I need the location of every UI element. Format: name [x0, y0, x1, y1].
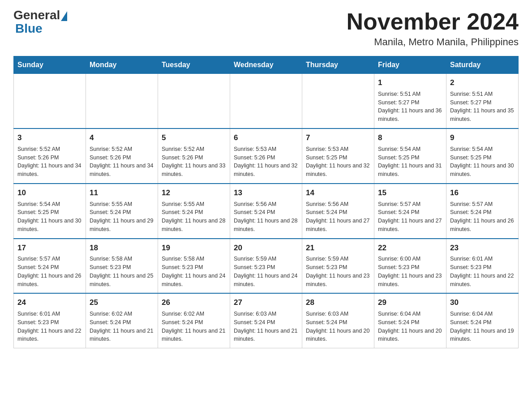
day-info: Sunrise: 5:51 AMSunset: 5:27 PMDaylight:… [450, 90, 515, 124]
calendar-cell-w4-d6: 23Sunrise: 6:01 AMSunset: 5:23 PMDayligh… [446, 239, 519, 294]
calendar-cell-w3-d2: 12Sunrise: 5:55 AMSunset: 5:24 PMDayligh… [158, 184, 230, 239]
col-header-sunday: Sunday [14, 56, 86, 74]
month-year-title: November 2024 [347, 9, 519, 34]
day-info: Sunrise: 5:57 AMSunset: 5:24 PMDaylight:… [17, 255, 82, 288]
calendar-cell-w5-d5: 29Sunrise: 6:04 AMSunset: 5:24 PMDayligh… [374, 293, 446, 348]
day-number: 13 [234, 188, 298, 198]
day-number: 12 [162, 188, 226, 198]
day-number: 3 [17, 133, 82, 143]
logo-general-text: General [13, 9, 60, 21]
calendar-cell-w4-d3: 20Sunrise: 5:59 AMSunset: 5:23 PMDayligh… [230, 239, 302, 294]
day-info: Sunrise: 6:00 AMSunset: 5:23 PMDaylight:… [378, 255, 442, 288]
day-number: 22 [378, 243, 442, 253]
calendar-cell-w3-d0: 10Sunrise: 5:54 AMSunset: 5:25 PMDayligh… [14, 184, 86, 239]
day-number: 30 [450, 297, 515, 308]
day-number: 25 [90, 297, 154, 308]
day-number: 27 [234, 297, 298, 308]
calendar-cell-w2-d5: 8Sunrise: 5:54 AMSunset: 5:25 PMDaylight… [374, 128, 446, 184]
logo: General Blue [13, 9, 68, 36]
day-number: 2 [450, 77, 515, 88]
calendar-week-5: 24Sunrise: 6:01 AMSunset: 5:23 PMDayligh… [14, 293, 519, 348]
calendar-week-1: 1Sunrise: 5:51 AMSunset: 5:27 PMDaylight… [14, 74, 519, 128]
calendar-cell-w2-d4: 7Sunrise: 5:53 AMSunset: 5:25 PMDaylight… [302, 128, 374, 184]
day-info: Sunrise: 5:58 AMSunset: 5:23 PMDaylight:… [90, 255, 154, 288]
day-info: Sunrise: 5:55 AMSunset: 5:24 PMDaylight:… [162, 200, 226, 234]
title-area: November 2024 Manila, Metro Manila, Phil… [347, 9, 519, 48]
day-info: Sunrise: 5:55 AMSunset: 5:24 PMDaylight:… [90, 200, 154, 234]
calendar-cell-w1-d6: 2Sunrise: 5:51 AMSunset: 5:27 PMDaylight… [446, 74, 519, 128]
calendar-cell-w1-d0 [14, 74, 86, 128]
day-number: 4 [90, 133, 154, 143]
calendar-week-2: 3Sunrise: 5:52 AMSunset: 5:26 PMDaylight… [14, 128, 519, 184]
day-info: Sunrise: 5:53 AMSunset: 5:26 PMDaylight:… [234, 145, 298, 179]
calendar-cell-w5-d6: 30Sunrise: 6:04 AMSunset: 5:24 PMDayligh… [446, 293, 519, 348]
calendar-cell-w3-d6: 16Sunrise: 5:57 AMSunset: 5:24 PMDayligh… [446, 184, 519, 239]
calendar-cell-w1-d2 [158, 74, 230, 128]
day-number: 19 [162, 243, 226, 253]
calendar-week-4: 17Sunrise: 5:57 AMSunset: 5:24 PMDayligh… [14, 239, 519, 294]
day-info: Sunrise: 6:02 AMSunset: 5:24 PMDaylight:… [162, 310, 226, 343]
calendar-cell-w3-d1: 11Sunrise: 5:55 AMSunset: 5:24 PMDayligh… [86, 184, 158, 239]
day-number: 26 [162, 297, 226, 308]
day-info: Sunrise: 6:04 AMSunset: 5:24 PMDaylight:… [450, 310, 515, 343]
day-info: Sunrise: 5:58 AMSunset: 5:23 PMDaylight:… [162, 255, 226, 288]
day-info: Sunrise: 6:01 AMSunset: 5:23 PMDaylight:… [17, 310, 82, 343]
day-number: 6 [234, 133, 298, 143]
day-info: Sunrise: 5:52 AMSunset: 5:26 PMDaylight:… [162, 145, 226, 179]
day-info: Sunrise: 5:56 AMSunset: 5:24 PMDaylight:… [306, 200, 370, 234]
logo-blue-text: Blue [15, 21, 43, 35]
day-info: Sunrise: 5:52 AMSunset: 5:26 PMDaylight:… [17, 145, 82, 179]
day-number: 8 [378, 133, 442, 143]
day-number: 20 [234, 243, 298, 253]
day-number: 16 [450, 188, 515, 198]
day-number: 7 [306, 133, 370, 143]
day-number: 18 [90, 243, 154, 253]
day-info: Sunrise: 6:04 AMSunset: 5:24 PMDaylight:… [378, 310, 442, 343]
day-number: 1 [378, 77, 442, 88]
day-number: 14 [306, 188, 370, 198]
col-header-monday: Monday [86, 56, 158, 74]
calendar-cell-w2-d1: 4Sunrise: 5:52 AMSunset: 5:26 PMDaylight… [86, 128, 158, 184]
calendar-cell-w2-d3: 6Sunrise: 5:53 AMSunset: 5:26 PMDaylight… [230, 128, 302, 184]
day-number: 5 [162, 133, 226, 143]
calendar-cell-w1-d4 [302, 74, 374, 128]
day-info: Sunrise: 5:57 AMSunset: 5:24 PMDaylight:… [450, 200, 515, 234]
page-header: General Blue November 2024 Manila, Metro… [13, 9, 519, 48]
calendar-cell-w2-d2: 5Sunrise: 5:52 AMSunset: 5:26 PMDaylight… [158, 128, 230, 184]
day-info: Sunrise: 5:53 AMSunset: 5:25 PMDaylight:… [306, 145, 370, 179]
col-header-thursday: Thursday [302, 56, 374, 74]
calendar-cell-w5-d4: 28Sunrise: 6:03 AMSunset: 5:24 PMDayligh… [302, 293, 374, 348]
day-info: Sunrise: 5:59 AMSunset: 5:23 PMDaylight:… [306, 255, 370, 288]
calendar-cell-w5-d2: 26Sunrise: 6:02 AMSunset: 5:24 PMDayligh… [158, 293, 230, 348]
day-info: Sunrise: 5:59 AMSunset: 5:23 PMDaylight:… [234, 255, 298, 288]
calendar-cell-w4-d5: 22Sunrise: 6:00 AMSunset: 5:23 PMDayligh… [374, 239, 446, 294]
calendar-cell-w3-d3: 13Sunrise: 5:56 AMSunset: 5:24 PMDayligh… [230, 184, 302, 239]
day-info: Sunrise: 5:54 AMSunset: 5:25 PMDaylight:… [450, 145, 515, 179]
calendar-cell-w4-d1: 18Sunrise: 5:58 AMSunset: 5:23 PMDayligh… [86, 239, 158, 294]
day-info: Sunrise: 6:01 AMSunset: 5:23 PMDaylight:… [450, 255, 515, 288]
calendar-cell-w2-d6: 9Sunrise: 5:54 AMSunset: 5:25 PMDaylight… [446, 128, 519, 184]
calendar-cell-w5-d1: 25Sunrise: 6:02 AMSunset: 5:24 PMDayligh… [86, 293, 158, 348]
calendar-cell-w4-d2: 19Sunrise: 5:58 AMSunset: 5:23 PMDayligh… [158, 239, 230, 294]
day-info: Sunrise: 6:03 AMSunset: 5:24 PMDaylight:… [234, 310, 298, 343]
calendar-cell-w5-d0: 24Sunrise: 6:01 AMSunset: 5:23 PMDayligh… [14, 293, 86, 348]
col-header-tuesday: Tuesday [158, 56, 230, 74]
day-info: Sunrise: 6:02 AMSunset: 5:24 PMDaylight:… [90, 310, 154, 343]
col-header-saturday: Saturday [446, 56, 519, 74]
day-number: 9 [450, 133, 515, 143]
col-header-wednesday: Wednesday [230, 56, 302, 74]
day-number: 10 [17, 188, 82, 198]
day-number: 23 [450, 243, 515, 253]
calendar-table: Sunday Monday Tuesday Wednesday Thursday… [13, 56, 519, 348]
day-number: 11 [90, 188, 154, 198]
day-number: 17 [17, 243, 82, 253]
calendar-cell-w1-d5: 1Sunrise: 5:51 AMSunset: 5:27 PMDaylight… [374, 74, 446, 128]
day-number: 24 [17, 297, 82, 308]
calendar-cell-w1-d1 [86, 74, 158, 128]
calendar-cell-w3-d4: 14Sunrise: 5:56 AMSunset: 5:24 PMDayligh… [302, 184, 374, 239]
calendar-cell-w2-d0: 3Sunrise: 5:52 AMSunset: 5:26 PMDaylight… [14, 128, 86, 184]
calendar-cell-w3-d5: 15Sunrise: 5:57 AMSunset: 5:24 PMDayligh… [374, 184, 446, 239]
day-info: Sunrise: 5:51 AMSunset: 5:27 PMDaylight:… [378, 90, 442, 124]
calendar-cell-w1-d3 [230, 74, 302, 128]
day-info: Sunrise: 5:52 AMSunset: 5:26 PMDaylight:… [90, 145, 154, 179]
